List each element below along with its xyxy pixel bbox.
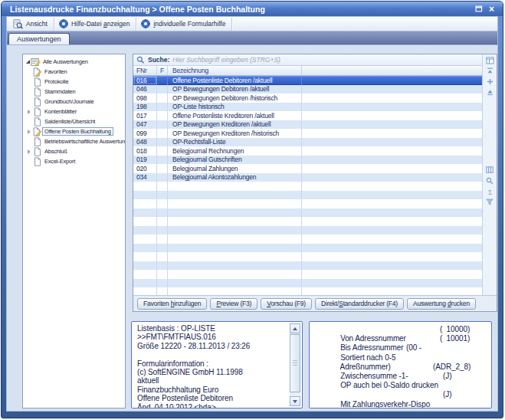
- report-list: Suche: FNr F Bezeichnung 016: [133, 54, 482, 295]
- table-cell: [302, 235, 482, 244]
- side-toolbar-top-group: [483, 56, 497, 97]
- tree-item[interactable]: Betriebswirtschaftliche Auswertungen: [23, 136, 125, 146]
- table-row[interactable]: 198 OP-Liste historisch: [133, 103, 482, 112]
- column-header-bezeichnung[interactable]: Bezeichnung: [168, 66, 302, 75]
- fnr-cell: 098: [133, 94, 157, 103]
- f-cell: [157, 138, 168, 147]
- table-row-empty: [133, 244, 482, 253]
- tree-item[interactable]: Abschluß: [23, 146, 125, 156]
- tree-item[interactable]: Alle Auswertungen: [23, 57, 125, 67]
- tree-expander-icon[interactable]: [26, 149, 32, 155]
- tree-expander-icon[interactable]: [25, 59, 31, 65]
- table-cell: [157, 244, 168, 253]
- fnr-cell: 016: [133, 76, 157, 85]
- table-cell: [133, 235, 157, 244]
- jump-up-icon[interactable]: [485, 88, 495, 97]
- main-area: Alle Auswertungen Favoriten Protokolle: [7, 45, 497, 411]
- f-cell: [157, 76, 168, 85]
- tree-item[interactable]: Excel-Export: [23, 156, 125, 166]
- table-row[interactable]: 018 Belegjournal Rechnungen: [133, 146, 482, 156]
- toolbar-button[interactable]: individuelle Formularhilfe: [138, 18, 232, 31]
- action-button[interactable]: Auswertung drucken: [407, 298, 476, 310]
- columns-icon[interactable]: [485, 166, 495, 174]
- close-button[interactable]: ×: [485, 3, 498, 15]
- filler-cell: [302, 129, 482, 138]
- form-info-line: Formularinformation :: [137, 359, 287, 368]
- side-toolbar-bottom-group: Σ: [483, 166, 497, 206]
- scroll-up-arrow[interactable]: [290, 323, 300, 333]
- table-cell: [168, 261, 302, 271]
- table-row[interactable]: 019 Belegjournal Gutschriften: [133, 156, 482, 165]
- tree-item[interactable]: Kontenblätter: [23, 107, 125, 116]
- action-button[interactable]: Vorschau (F9): [261, 298, 312, 310]
- form-info-line: Finanzbuchhaltung Euro: [137, 386, 287, 394]
- table-row[interactable]: 017 Offene Postenliste Kreditoren /aktue…: [133, 111, 482, 120]
- table-row-empty: [133, 235, 482, 244]
- window-title: Listenausdrucke Finanzbuchhaltung > Offe…: [10, 5, 265, 14]
- add-icon[interactable]: [485, 77, 495, 86]
- parameter-value: (ADR_2_8): [433, 363, 471, 372]
- tree-expander-icon[interactable]: [26, 109, 32, 115]
- jump-top-icon[interactable]: [485, 67, 495, 75]
- tree-item[interactable]: Favoriten: [23, 67, 125, 77]
- filter-icon[interactable]: [485, 198, 495, 206]
- table-cell: [168, 199, 302, 208]
- table-cell: [168, 270, 302, 279]
- table-row[interactable]: 046 OP Bewegungen Debitoren /aktuell: [133, 85, 482, 94]
- column-header-fnr[interactable]: FNr: [133, 66, 157, 75]
- table-row-empty: [133, 217, 482, 226]
- tree-item[interactable]: Offene Posten Buchhaltung: [23, 126, 125, 136]
- form-info-line: Listenbasis : OP-LISTE: [137, 324, 287, 333]
- restore-window-icon: [475, 5, 483, 12]
- table-cell: [157, 235, 168, 244]
- table-row-empty: [133, 252, 482, 261]
- column-settings-icon[interactable]: [485, 56, 495, 64]
- search-icon: [136, 56, 145, 64]
- table-row[interactable]: 016 Offene Postenliste Debitoren /aktuel…: [133, 76, 482, 85]
- tree-item[interactable]: Saldenliste/Übersicht: [23, 116, 125, 126]
- table-row[interactable]: 034 Belegjournal Akontozahlungen: [133, 173, 482, 182]
- f-cell: [157, 111, 168, 120]
- action-button[interactable]: Favoriten hinzufügen: [137, 298, 207, 310]
- table-cell: [133, 199, 157, 208]
- parameter-value: (J): [443, 372, 451, 381]
- toolbar-button[interactable]: Ansicht: [10, 18, 54, 31]
- table-row[interactable]: 047 OP Bewegungen Kreditoren /aktuell: [133, 120, 482, 130]
- restore-window-button[interactable]: [473, 3, 485, 15]
- bezeichnung-cell: Belegjournal Akontozahlungen: [168, 173, 302, 182]
- tab-bar: Auswertungen: [7, 31, 497, 45]
- tree-expander-icon[interactable]: [26, 129, 32, 135]
- table-row[interactable]: 099 OP Bewegungen Kreditoren /historisch: [133, 129, 482, 138]
- tree-item[interactable]: Grundbuch/Journale: [23, 97, 125, 107]
- column-header-f[interactable]: F: [157, 66, 168, 75]
- table-cell: [157, 270, 168, 279]
- toolbar-button[interactable]: Hilfe-Datei anzeigen: [56, 18, 137, 31]
- filler-cell: [302, 76, 482, 85]
- tree-item[interactable]: Stammdaten: [23, 87, 125, 97]
- scrollbar-thumb[interactable]: [290, 334, 300, 392]
- report-list-panel: Suche: FNr F Bezeichnung 016: [133, 54, 497, 312]
- search-icon[interactable]: [485, 176, 495, 185]
- table-row[interactable]: 020 Belegjournal Zahlungen: [133, 164, 482, 173]
- scroll-down-arrow[interactable]: [290, 396, 300, 406]
- action-button[interactable]: Preview (F3): [210, 298, 257, 310]
- filler-cell: [302, 103, 482, 112]
- table-cell: [157, 182, 168, 191]
- form-parameter-line: Von Adressnummer ( 10000): [316, 325, 487, 334]
- tab-auswertungen[interactable]: Auswertungen: [8, 33, 70, 44]
- f-cell: [157, 120, 168, 130]
- table-row[interactable]: 048 OP-Rechtsfall-Liste: [133, 138, 482, 147]
- fnr-cell: 018: [133, 146, 157, 156]
- table-cell: [133, 279, 157, 288]
- bezeichnung-cell: OP Bewegungen Kreditoren /aktuell: [168, 120, 302, 130]
- tree-item[interactable]: Protokolle: [23, 77, 125, 87]
- table-row[interactable]: 098 OP Bewegungen Debitoren /historisch: [133, 94, 482, 103]
- action-button[interactable]: Direkt/Standarddrucker (F4): [315, 298, 404, 310]
- table-cell: [168, 287, 302, 295]
- search-input[interactable]: [172, 55, 479, 64]
- fnr-cell: 034: [133, 173, 157, 182]
- sum-icon[interactable]: Σ: [485, 187, 495, 195]
- tree-item-label: Favoriten: [42, 67, 69, 76]
- bezeichnung-cell: OP Bewegungen Debitoren /historisch: [168, 94, 302, 103]
- bezeichnung-cell: Belegjournal Gutschriften: [168, 156, 302, 165]
